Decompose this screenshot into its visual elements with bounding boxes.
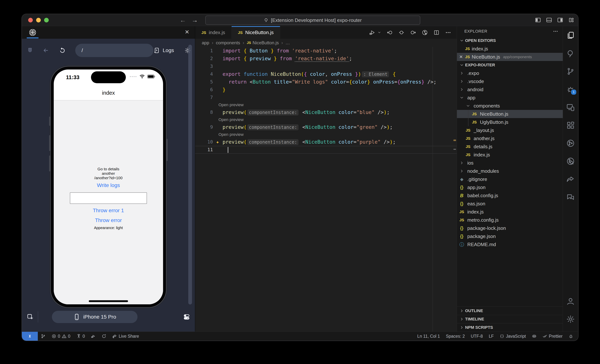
zoom-window-button[interactable] bbox=[44, 18, 49, 22]
line-number[interactable]: 9 bbox=[195, 123, 217, 131]
navigate-back-button[interactable]: ← bbox=[180, 17, 186, 23]
live-share-status[interactable]: Live Share bbox=[109, 332, 142, 341]
encoding[interactable]: UTF-8 bbox=[468, 332, 486, 341]
logs-button[interactable]: Logs bbox=[153, 47, 174, 54]
open-editor-item[interactable]: ✕JSNiceButton.jsapp/components bbox=[457, 53, 563, 61]
breadcrumb-item[interactable]: app bbox=[202, 40, 209, 45]
another-link[interactable]: another bbox=[54, 171, 163, 176]
indentation[interactable]: Spaces: 2 bbox=[443, 332, 468, 341]
step-back-icon[interactable] bbox=[387, 29, 393, 36]
code-line-8[interactable]: 8preview(componentInstance: <NiceButton … bbox=[195, 108, 457, 116]
code-line-10[interactable]: 10preview(componentInstance: <NiceButton… bbox=[195, 138, 457, 146]
line-number[interactable]: 5 bbox=[195, 78, 217, 86]
notifications[interactable] bbox=[565, 332, 576, 341]
tab-index-js[interactable]: JSindex.js bbox=[195, 26, 232, 39]
code-line-5[interactable]: 5 return <Button title="Write logs" colo… bbox=[195, 78, 457, 86]
eol[interactable]: LF bbox=[486, 332, 497, 341]
split-editor-icon[interactable] bbox=[433, 29, 440, 36]
text-input[interactable] bbox=[70, 192, 147, 204]
tree-file-package-lock-json[interactable]: {}package-lock.json bbox=[457, 224, 563, 232]
views-more-actions-icon[interactable] bbox=[553, 28, 558, 34]
another-id-link[interactable]: /another?id=100 bbox=[54, 176, 163, 180]
code-line-6[interactable]: 6} bbox=[195, 86, 457, 93]
code-line-4[interactable]: 4export function NiceButton({ color, onP… bbox=[195, 70, 457, 78]
navigate-forward-button[interactable]: → bbox=[192, 17, 198, 23]
tree-folder--vscode[interactable]: .vscode bbox=[457, 77, 563, 85]
code-line-3[interactable]: 3 bbox=[195, 63, 457, 70]
code-lens-open-preview[interactable]: Open preview bbox=[195, 116, 457, 123]
open-editor-item[interactable]: JSindex.js bbox=[457, 45, 563, 53]
line-number[interactable]: 8 bbox=[195, 108, 217, 116]
tree-folder-node_modules[interactable]: node_modules bbox=[457, 167, 563, 175]
tree-file-index-js[interactable]: JSindex.js bbox=[457, 208, 563, 216]
line-number[interactable]: 4 bbox=[195, 70, 217, 78]
follow-magnet-icon[interactable] bbox=[27, 47, 33, 54]
tree-file-uglybutton-js[interactable]: JSUglyButton.js bbox=[457, 118, 563, 126]
customize-layout-icon[interactable] bbox=[568, 17, 574, 23]
toggle-secondary-sidebar-icon[interactable] bbox=[557, 17, 563, 23]
command-center[interactable]: [Extension Development Host] expo-router bbox=[205, 16, 420, 25]
code-editor[interactable]: 1import { Button } from 'react-native';2… bbox=[195, 47, 457, 332]
sync-status[interactable] bbox=[99, 332, 109, 341]
line-number[interactable]: 1 bbox=[195, 47, 217, 55]
breadcrumb-item[interactable]: … bbox=[285, 40, 290, 45]
session-profile-icon[interactable] bbox=[422, 29, 428, 36]
project-header[interactable]: EXPO-ROUTER bbox=[457, 61, 563, 69]
line-number[interactable]: 7 bbox=[195, 93, 217, 101]
code-lens-open-preview[interactable]: Open preview bbox=[195, 101, 457, 108]
radon-ide-device-icon[interactable] bbox=[565, 102, 576, 113]
code-action-sparkle-icon[interactable]: ✦ bbox=[216, 138, 219, 146]
step-forward-icon[interactable] bbox=[410, 29, 416, 36]
line-number[interactable]: 6 bbox=[195, 86, 217, 93]
code-line-2[interactable]: 2import { preview } from 'react-native-i… bbox=[195, 55, 457, 63]
tree-folder-android[interactable]: android bbox=[457, 85, 563, 93]
copilot[interactable] bbox=[529, 332, 540, 341]
more-actions-icon[interactable] bbox=[445, 29, 451, 36]
tree-file--gitignore[interactable]: ◆.gitignore bbox=[457, 175, 563, 183]
debug-status[interactable] bbox=[88, 332, 99, 341]
line-number[interactable]: 3 bbox=[195, 63, 217, 70]
line-number[interactable]: 10 bbox=[195, 138, 217, 146]
section-npm-scripts[interactable]: NPM SCRIPTS bbox=[457, 323, 563, 332]
reload-icon[interactable] bbox=[59, 47, 66, 54]
close-window-button[interactable] bbox=[28, 18, 33, 22]
section-timeline[interactable]: TIMELINE bbox=[457, 315, 563, 323]
settings-gear-icon[interactable] bbox=[565, 314, 576, 325]
tree-file-_layout-js[interactable]: JS_layout.js bbox=[457, 126, 563, 134]
section-outline[interactable]: OUTLINE bbox=[457, 307, 563, 315]
tree-file-index-js[interactable]: JSindex.js bbox=[457, 151, 563, 159]
breadcrumb-item[interactable]: components bbox=[216, 40, 240, 45]
code-line-9[interactable]: 9preview(componentInstance: <NiceButton … bbox=[195, 123, 457, 131]
tree-file-nicebutton-js[interactable]: JSNiceButton.js bbox=[457, 110, 563, 118]
live-share-icon[interactable] bbox=[565, 174, 576, 185]
account-icon[interactable] bbox=[565, 296, 576, 307]
route-url-input[interactable] bbox=[75, 44, 153, 57]
broadcast[interactable]: 0 bbox=[73, 332, 88, 341]
tree-file-metro-config-js[interactable]: JSmetro.config.js bbox=[457, 216, 563, 224]
source-control-status[interactable] bbox=[38, 332, 48, 341]
tree-folder-app[interactable]: app bbox=[457, 93, 563, 102]
extensions-icon[interactable] bbox=[565, 120, 576, 131]
search-icon[interactable] bbox=[565, 48, 576, 59]
tree-folder--expo[interactable]: .expo bbox=[457, 69, 563, 77]
formatter[interactable]: Prettier bbox=[540, 332, 565, 341]
breadcrumb-item[interactable]: JSNiceButton.js bbox=[247, 40, 279, 45]
git-graph-icon[interactable] bbox=[565, 138, 576, 149]
tree-folder-ios[interactable]: ios bbox=[457, 159, 563, 167]
source-control-icon[interactable] bbox=[565, 66, 576, 77]
comments-icon[interactable] bbox=[565, 192, 576, 203]
git-graph-alt-icon[interactable] bbox=[565, 156, 576, 167]
language-mode[interactable]: JavaScript bbox=[497, 332, 529, 341]
toggle-primary-sidebar-icon[interactable] bbox=[535, 17, 541, 23]
explorer-icon[interactable] bbox=[565, 30, 576, 41]
tree-file-package-json[interactable]: {}package.json bbox=[457, 232, 563, 240]
close-editor-icon[interactable]: ✕ bbox=[457, 54, 465, 59]
device-settings-toggles-icon[interactable] bbox=[183, 313, 190, 320]
write-logs-button[interactable]: Write logs bbox=[54, 182, 163, 188]
remote-indicator[interactable] bbox=[22, 332, 38, 341]
tree-file-app-json[interactable]: {}app.json bbox=[457, 183, 563, 191]
line-number[interactable]: 2 bbox=[195, 55, 217, 63]
back-arrow-icon[interactable] bbox=[43, 47, 49, 54]
run-debug-icon[interactable]: 1 bbox=[565, 84, 576, 95]
code-line-11[interactable]: 11 bbox=[195, 146, 457, 154]
